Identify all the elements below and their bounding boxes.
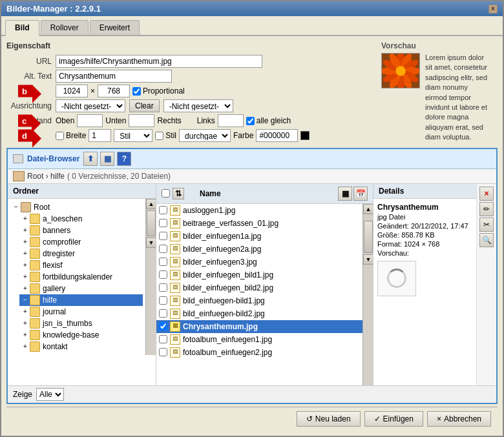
- toggle-hilfe[interactable]: −: [21, 296, 30, 305]
- scroll-thumb[interactable]: [147, 210, 156, 236]
- file-item-chrysanthemum[interactable]: 🖼 Chrysanthemum.jpg a: [156, 320, 362, 333]
- file-item[interactable]: 🖼 bilder_einfuegen_bild1.jpg: [156, 269, 362, 281]
- file-item[interactable]: 🖼 bilder_einfuegen_bild2.jpg: [156, 281, 362, 294]
- folder-scroll[interactable]: − Root + a_loeschen: [8, 199, 145, 355]
- file-item[interactable]: 🖼 bilder_einfuegen2a.jpg: [156, 243, 362, 256]
- file-checkbox[interactable]: [159, 219, 167, 227]
- reload-button[interactable]: ↺ Neu laden: [297, 411, 361, 427]
- ausrichtung-select[interactable]: -Nicht gesetzt-: [56, 99, 125, 112]
- help-button[interactable]: ?: [117, 152, 131, 166]
- tab-erweitert[interactable]: Erweitert: [90, 20, 140, 35]
- breite-input[interactable]: [89, 129, 111, 142]
- file-checkbox[interactable]: [159, 309, 167, 318]
- clear2-select[interactable]: -Nicht gesetzt-: [163, 99, 233, 112]
- delete-button[interactable]: ×: [479, 187, 494, 201]
- zeige-select[interactable]: Alle: [36, 388, 64, 401]
- cancel-button[interactable]: × Abbrechen: [427, 411, 491, 427]
- folder-item-jsn-is-thumbs[interactable]: + jsn_is_thumbs: [19, 318, 143, 329]
- width-input[interactable]: [56, 85, 88, 97]
- file-item[interactable]: 🖼 ausloggen1.jpg: [156, 204, 362, 217]
- oben-input[interactable]: [77, 114, 103, 127]
- folder-item-knowledge-base[interactable]: + knowledge-base: [19, 329, 143, 341]
- move-button[interactable]: ✂: [479, 218, 494, 232]
- folder-item-hilfe[interactable]: − hilfe: [19, 294, 143, 306]
- file-checkbox[interactable]: [159, 335, 167, 343]
- toggle-journal[interactable]: +: [21, 307, 30, 316]
- folder-item-a-loeschen[interactable]: + a_loeschen: [19, 213, 143, 225]
- tab-bild[interactable]: Bild: [5, 20, 39, 36]
- file-sort-btn[interactable]: ⇅: [173, 188, 184, 199]
- breite-checkbox[interactable]: [56, 132, 64, 140]
- toggle-flexisf[interactable]: +: [21, 261, 30, 270]
- scroll-up-btn[interactable]: ▲: [146, 199, 156, 209]
- folder-item-flexisf[interactable]: + flexisf: [19, 259, 143, 271]
- file-scroll-thumb[interactable]: [364, 221, 373, 253]
- height-input[interactable]: [98, 85, 130, 97]
- folder-item-banners[interactable]: + banners: [19, 225, 143, 236]
- rename-button[interactable]: ✏: [479, 202, 494, 216]
- file-scroll-down-btn[interactable]: ▼: [363, 254, 373, 265]
- links-input[interactable]: [218, 114, 244, 127]
- folder-item-journal[interactable]: + journal: [19, 306, 143, 318]
- gallery-button[interactable]: ▦: [100, 152, 114, 166]
- proportional-checkbox[interactable]: [132, 87, 141, 96]
- stil-select[interactable]: Stil: [114, 129, 152, 142]
- folder-item-dtregister[interactable]: + dtregister: [19, 248, 143, 259]
- file-item[interactable]: 🖼 bilder_einfuegen1a.jpg: [156, 230, 362, 243]
- breite-label: Breite: [66, 131, 86, 140]
- toggle-fortbildungskalender[interactable]: +: [21, 272, 30, 281]
- unten-input[interactable]: [129, 114, 154, 127]
- close-button[interactable]: ×: [488, 5, 498, 14]
- folder-item-kontakt[interactable]: + kontakt: [19, 341, 143, 352]
- zoom-button[interactable]: 🔍: [479, 233, 494, 247]
- toggle-dtregister[interactable]: +: [21, 249, 30, 258]
- file-item[interactable]: 🖼 bild_einfuegen-bild1.jpg: [156, 294, 362, 307]
- alt-input[interactable]: [56, 70, 172, 83]
- file-checkbox[interactable]: [159, 283, 167, 292]
- alle-gleich-label: alle gleich: [257, 116, 291, 125]
- folder-item-comprofiler[interactable]: + comprofiler: [19, 236, 143, 248]
- calendar-btn[interactable]: 📅: [353, 187, 368, 201]
- toggle-kontakt[interactable]: +: [21, 342, 30, 351]
- file-item[interactable]: 🖼 bilder_einfuegen3.jpg: [156, 256, 362, 269]
- file-item[interactable]: 🖼 bild_einfuegen-bild2.jpg: [156, 307, 362, 320]
- folder-item-root[interactable]: − Root: [10, 201, 143, 213]
- file-item[interactable]: 🖼 fotoalbum_einfuegen2.jpg: [156, 346, 362, 359]
- farbe-input[interactable]: [256, 129, 298, 142]
- file-checkbox[interactable]: [159, 296, 167, 305]
- file-checkbox[interactable]: [159, 348, 167, 356]
- file-checkbox[interactable]: [159, 258, 167, 266]
- toggle-gallery[interactable]: +: [21, 284, 30, 293]
- view-toggle-btn[interactable]: ▦: [338, 187, 352, 201]
- alle-gleich-checkbox[interactable]: [246, 117, 255, 125]
- tab-rollover[interactable]: Rollover: [41, 20, 89, 35]
- file-checkbox-chrysanthemum[interactable]: [159, 322, 167, 330]
- upload-button[interactable]: ⬆: [83, 152, 98, 166]
- toggle-jsn-is-thumbs[interactable]: +: [21, 319, 30, 328]
- toggle-a-loeschen[interactable]: +: [21, 214, 30, 223]
- insert-button[interactable]: ✓ Einfügen: [364, 411, 423, 427]
- folder-item-fortbildungskalender[interactable]: + fortbildungskalender: [19, 271, 143, 283]
- file-item[interactable]: 🖼 fotoalbum_einfuegen1.jpg: [156, 333, 362, 346]
- folder-item-gallery[interactable]: + gallery: [19, 283, 143, 294]
- file-checkbox[interactable]: [159, 270, 167, 279]
- file-scroll-up-btn[interactable]: ▲: [363, 204, 373, 214]
- file-checkbox[interactable]: [159, 245, 167, 253]
- toggle-root[interactable]: −: [12, 203, 21, 212]
- file-checkbox[interactable]: [159, 232, 167, 240]
- file-list-scrollbar[interactable]: ▲ ▼: [362, 204, 373, 385]
- file-item[interactable]: 🖼 beitraege_verfassen_01.jpg: [156, 217, 362, 230]
- url-input[interactable]: [56, 55, 262, 68]
- file-checkbox[interactable]: [159, 206, 167, 214]
- toggle-comprofiler[interactable]: +: [21, 238, 30, 247]
- folder-scrollbar[interactable]: ▲ ▼: [145, 199, 156, 355]
- select-all-checkbox[interactable]: [162, 189, 170, 198]
- file-type-icon: 🖼: [170, 334, 180, 345]
- toggle-knowledge-base[interactable]: +: [21, 330, 30, 340]
- file-list-scroll[interactable]: 🖼 ausloggen1.jpg 🖼 beitraege_verfassen_0…: [156, 204, 362, 385]
- toggle-banners[interactable]: +: [21, 226, 30, 235]
- scroll-down-btn[interactable]: ▼: [146, 238, 156, 248]
- stil-checkbox[interactable]: [155, 132, 163, 140]
- clear-button[interactable]: Clear: [129, 99, 160, 112]
- durchgaengig-select[interactable]: durchgaengig: [179, 129, 231, 142]
